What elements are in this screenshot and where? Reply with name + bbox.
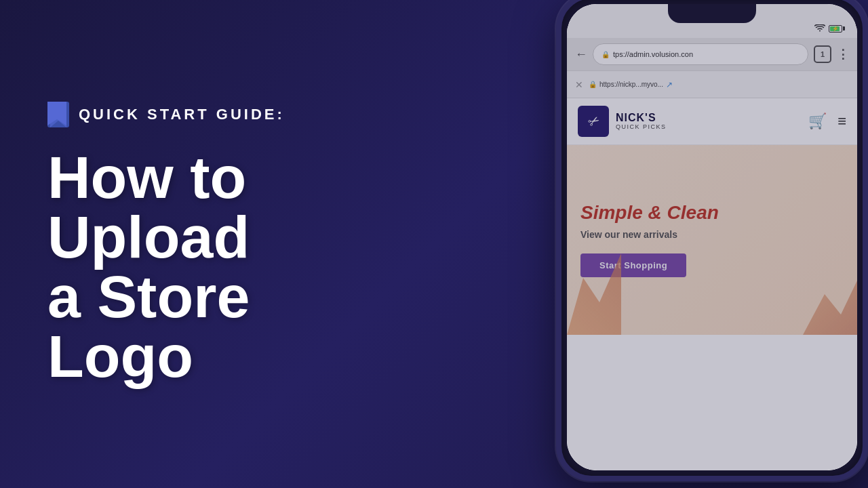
- decorative-flowers-right: [803, 267, 857, 335]
- hero-heading: Simple & Clean: [580, 203, 719, 224]
- phone-frame: ⚡ ← 🔒 tps://admin.volusion.con: [556, 0, 868, 481]
- browser-url-bar[interactable]: 🔒 tps://admin.volusion.con: [593, 43, 808, 65]
- cart-icon[interactable]: 🛒: [808, 113, 827, 130]
- wifi-icon: [814, 24, 825, 33]
- main-title: How to Upload a Store Logo: [47, 148, 407, 386]
- left-content-area: QUICK START GUIDE: How to Upload a Store…: [0, 0, 454, 488]
- status-icons: ⚡: [814, 24, 845, 33]
- browser-back-button[interactable]: ←: [575, 47, 587, 62]
- store-header: ✂ NICK'S QUICK PICKS 🛒 ≡: [567, 98, 857, 145]
- phone-notch: [668, 4, 756, 23]
- store-content: ✂ NICK'S QUICK PICKS 🛒 ≡: [567, 98, 857, 470]
- phone-screen: ⚡ ← 🔒 tps://admin.volusion.con: [567, 4, 857, 470]
- browser-url-text: tps://admin.volusion.con: [613, 50, 693, 58]
- browser-chrome: ← 🔒 tps://admin.volusion.con 1 ⋮ ✕: [567, 38, 857, 98]
- browser-store-url[interactable]: 🔒 https://nickp...myvo... ↗: [589, 80, 849, 89]
- lock-icon: 🔒: [601, 51, 610, 58]
- browser-second-bar: ✕ 🔒 https://nickp...myvo... ↗: [567, 70, 857, 98]
- browser-menu-button[interactable]: ⋮: [837, 47, 849, 62]
- quick-start-text: QUICK START GUIDE:: [79, 106, 285, 123]
- lock-icon-2: 🔒: [589, 81, 597, 88]
- store-subtitle: QUICK PICKS: [616, 123, 667, 130]
- phone-body: ⚡ ← 🔒 tps://admin.volusion.con: [556, 0, 868, 481]
- hamburger-menu-icon[interactable]: ≡: [837, 113, 846, 130]
- hero-banner: Simple & Clean View our new arrivals Sta…: [567, 145, 857, 335]
- browser-tab-count[interactable]: 1: [814, 45, 831, 63]
- store-name: NICK'S: [616, 112, 667, 124]
- browser-top-bar: ← 🔒 tps://admin.volusion.con 1 ⋮: [567, 38, 857, 70]
- start-shopping-button[interactable]: Start Shopping: [580, 253, 686, 277]
- quick-start-label: QUICK START GUIDE:: [47, 102, 407, 127]
- needle-icon: ✂: [585, 111, 603, 131]
- bookmark-icon: [47, 102, 69, 127]
- phone-mockup: ⚡ ← 🔒 tps://admin.volusion.con: [536, 0, 868, 488]
- store-nav-icons: 🛒 ≡: [808, 113, 846, 130]
- logo-text-area: NICK'S QUICK PICKS: [616, 112, 667, 131]
- hero-subheading: View our new arrivals: [580, 229, 677, 240]
- battery-icon: ⚡: [829, 25, 845, 33]
- browser-close-button[interactable]: ✕: [575, 79, 583, 90]
- store-logo-icon-box: ✂: [578, 106, 609, 137]
- open-in-tab-icon[interactable]: ↗: [666, 80, 673, 89]
- store-logo-area: ✂ NICK'S QUICK PICKS: [578, 106, 667, 137]
